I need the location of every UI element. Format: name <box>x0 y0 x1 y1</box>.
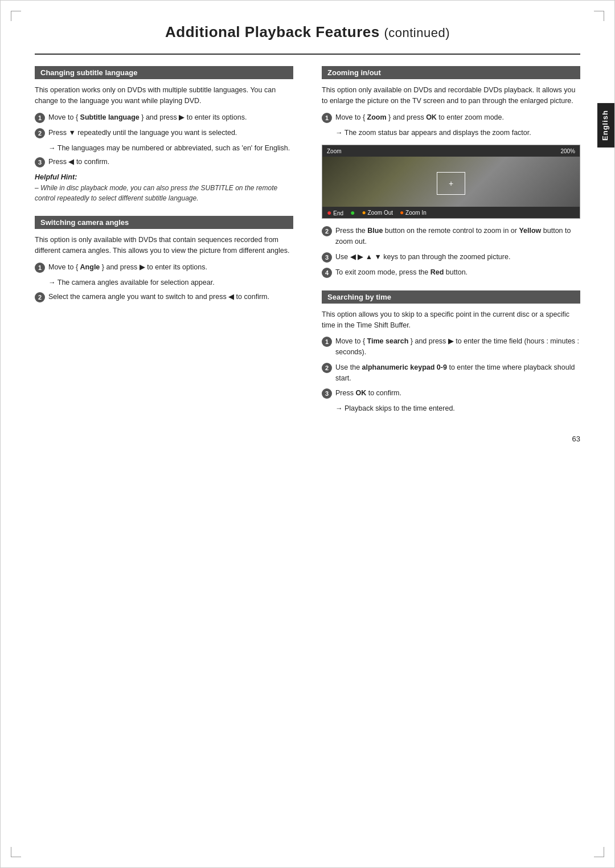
zoom-step-num-2: 2 <box>322 226 332 236</box>
subtitle-step-1-content: Move to { Subtitle language } and press … <box>48 112 293 123</box>
time-intro: This option allows you to skip to a spec… <box>322 309 580 331</box>
section-header-camera: Switching camera angles <box>35 216 293 229</box>
zoom-step-1-content: Move to { Zoom } and press OK to enter z… <box>335 112 580 123</box>
helpful-hint-block: Helpful Hint: – While in disc playback m… <box>35 173 293 203</box>
right-column: Zooming in/out This option only availabl… <box>316 66 580 417</box>
zoom-step-num-4: 4 <box>322 268 332 278</box>
subtitle-bold: Subtitle language <box>80 113 140 121</box>
zoom-step-1: 1 Move to { Zoom } and press OK to enter… <box>322 112 580 123</box>
zoom-step-3: 3 Use ◀ ▶ ▲ ▼ keys to pan through the zo… <box>322 252 580 263</box>
time-step-3-note: → Playback skips to the time entered. <box>335 403 580 414</box>
section-subtitle-language: Changing subtitle language This operatio… <box>35 66 293 203</box>
zoom-step-4: 4 To exit zoom mode, press the Red butto… <box>322 267 580 278</box>
camera-step-1-note: → The camera angles available for select… <box>48 277 293 288</box>
zoom-in-dot: ● Zoom In <box>400 208 427 216</box>
zoom-percent: 200% <box>560 148 575 154</box>
subtitle-step-2-note: → The languages may be numbered or abbre… <box>48 143 293 154</box>
subtitle-step-3-content: Press ◀ to confirm. <box>48 157 293 167</box>
step-num-3: 3 <box>35 157 45 167</box>
corner-mark-br <box>594 847 604 857</box>
camera-step-num-1: 1 <box>35 263 45 273</box>
angle-bold: Angle <box>80 263 100 271</box>
step-num-1: 1 <box>35 113 45 123</box>
keypad-bold: alphanumeric keypad 0-9 <box>362 363 447 371</box>
corner-mark-tl <box>11 11 21 21</box>
zoom-bold: Zoom <box>367 113 387 121</box>
helpful-hint-text: – While in disc playback mode, you can a… <box>35 183 293 203</box>
section-header-subtitle: Changing subtitle language <box>35 66 293 79</box>
page-number: 63 <box>35 435 580 443</box>
zoom-crosshair: + <box>449 179 453 188</box>
yellow-bold: Yellow <box>519 227 541 235</box>
time-step-1: 1 Move to { Time search } and press ▶ to… <box>322 336 580 358</box>
zoom-end-dot: ● End <box>327 208 343 217</box>
subtitle-intro: This operation works only on DVDs with m… <box>35 85 293 107</box>
corner-mark-tr <box>594 11 604 21</box>
title-divider <box>35 54 580 55</box>
section-camera-angles: Switching camera angles This option is o… <box>35 216 293 302</box>
section-search-time: Searching by time This option allows you… <box>322 290 580 414</box>
camera-step-1-content: Move to { Angle } and press ▶ to enter i… <box>48 262 293 273</box>
step-num-2: 2 <box>35 128 45 138</box>
section-zoom: Zooming in/out This option only availabl… <box>322 66 580 278</box>
page-container: English Additional Playback Features (co… <box>0 0 615 868</box>
zoom-step-1-note: → The zoom status bar appears and displa… <box>335 128 580 138</box>
zoom-intro: This option only available on DVDs and r… <box>322 85 580 107</box>
subtitle-step-2-content: Press ▼ repeatedly until the language yo… <box>48 128 293 138</box>
time-step-num-3: 3 <box>322 388 332 399</box>
zoom-step-4-content: To exit zoom mode, press the Red button. <box>335 267 580 278</box>
zoom-image: Zoom 200% + ● End ● ● Zoom Out <box>322 145 580 219</box>
zoom-step-num-1: 1 <box>322 113 332 123</box>
page-title: Additional Playback Features (continued) <box>35 23 580 41</box>
time-step-3-content: Press OK to confirm. <box>335 388 580 399</box>
zoom-step-2-content: Press the Blue button on the remote cont… <box>335 226 580 247</box>
page-title-continued: (continued) <box>384 26 450 40</box>
camera-intro: This option is only available with DVDs … <box>35 235 293 256</box>
zoom-out-dot: ● Zoom Out <box>362 208 393 216</box>
corner-mark-bl <box>11 847 21 857</box>
time-step-num-2: 2 <box>322 363 332 373</box>
two-column-layout: Changing subtitle language This operatio… <box>35 66 580 417</box>
red-bold: Red <box>430 268 444 276</box>
time-search-bold: Time search <box>367 337 409 345</box>
subtitle-step-3: 3 Press ◀ to confirm. <box>35 157 293 167</box>
zoom-step-3-content: Use ◀ ▶ ▲ ▼ keys to pan through the zoom… <box>335 252 580 263</box>
english-language-tab: English <box>597 103 614 148</box>
time-step-num-1: 1 <box>322 337 332 347</box>
time-step-2: 2 Use the alphanumeric keypad 0-9 to ent… <box>322 362 580 384</box>
subtitle-step-2: 2 Press ▼ repeatedly until the language … <box>35 128 293 138</box>
blue-bold: Blue <box>367 227 383 235</box>
helpful-hint-title: Helpful Hint: <box>35 173 293 181</box>
zoom-label: Zoom <box>327 148 342 154</box>
zoom-topbar: Zoom 200% <box>322 145 580 157</box>
camera-step-2-content: Select the camera angle you want to swit… <box>48 292 293 302</box>
section-header-zoom: Zooming in/out <box>322 66 580 79</box>
subtitle-step-1: 1 Move to { Subtitle language } and pres… <box>35 112 293 123</box>
zoom-image-scene: + <box>322 157 580 207</box>
section-header-time: Searching by time <box>322 290 580 304</box>
zoom-bg-scene: + <box>322 157 580 207</box>
zoom-step-2: 2 Press the Blue button on the remote co… <box>322 226 580 247</box>
left-column: Changing subtitle language This operatio… <box>35 66 299 417</box>
ok-bold-2: OK <box>355 389 366 397</box>
zoom-selection-box: + <box>437 172 465 195</box>
time-step-2-content: Use the alphanumeric keypad 0-9 to enter… <box>335 362 580 384</box>
ok-bold: OK <box>426 113 437 121</box>
time-step-3: 3 Press OK to confirm. <box>322 388 580 399</box>
time-step-1-content: Move to { Time search } and press ▶ to e… <box>335 336 580 358</box>
zoom-bottombar: ● End ● ● Zoom Out ● Zoom In <box>322 207 580 218</box>
zoom-step-num-3: 3 <box>322 252 332 263</box>
camera-step-1: 1 Move to { Angle } and press ▶ to enter… <box>35 262 293 273</box>
zoom-green-dot: ● <box>350 208 355 217</box>
camera-step-2: 2 Select the camera angle you want to sw… <box>35 292 293 302</box>
camera-step-num-2: 2 <box>35 292 45 302</box>
